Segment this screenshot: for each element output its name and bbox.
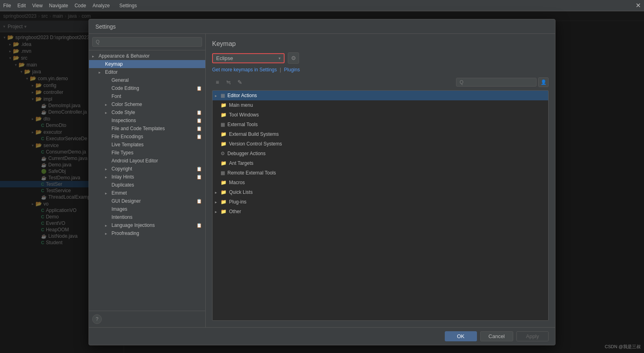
settings-arrow-icon: ▸ bbox=[92, 54, 99, 58]
settings-item-label: Proofreading bbox=[111, 230, 202, 236]
settings-item-label: Copyright bbox=[111, 166, 195, 172]
settings-item-right-icon: 📋 bbox=[196, 174, 202, 180]
settings-item-label: Code Style bbox=[111, 110, 195, 115]
action-list-item[interactable]: 📁 Tool Windows bbox=[213, 110, 548, 120]
settings-item-right-icon: 📋 bbox=[196, 110, 202, 115]
keymap-link-text2[interactable]: Plugins bbox=[284, 67, 300, 73]
settings-item-label: Keymap bbox=[105, 61, 202, 67]
dialog-title-label: Settings bbox=[95, 23, 116, 30]
folder-icon: 📁 bbox=[221, 180, 227, 185]
settings-item-label: Duplicates bbox=[111, 182, 202, 188]
settings-item-right-icon: 📋 bbox=[196, 223, 202, 228]
menu-edit[interactable]: Edit bbox=[17, 3, 26, 8]
keymap-search-by-shortcut-button[interactable]: 👤 bbox=[538, 77, 549, 87]
keymap-gear-button[interactable]: ⚙ bbox=[288, 52, 299, 64]
folder-icon: 📁 bbox=[221, 141, 227, 147]
folder-icon: 📁 bbox=[221, 112, 227, 118]
menu-file[interactable]: File bbox=[3, 3, 11, 8]
menu-code[interactable]: Code bbox=[74, 3, 86, 8]
settings-sidebar-item[interactable]: Images bbox=[89, 205, 205, 213]
action-label: Debugger Actions bbox=[227, 151, 546, 156]
cancel-button[interactable]: Cancel bbox=[480, 331, 513, 341]
settings-sidebar-item[interactable]: General bbox=[89, 76, 205, 84]
action-list-item[interactable]: ▸ 📁 Plug-ins bbox=[213, 197, 548, 207]
settings-item-label: Language Injections bbox=[111, 222, 195, 228]
keymap-expand-all-button[interactable]: ≡ bbox=[212, 77, 223, 87]
dialog-body: ▸ Appearance & Behavior Keymap ▸ Editor … bbox=[89, 34, 555, 327]
action-list-item[interactable]: ▦ Remote External Tools bbox=[213, 168, 548, 178]
keymap-search-input[interactable] bbox=[456, 78, 537, 87]
action-list-item[interactable]: 📁 Version Control Systems bbox=[213, 139, 548, 149]
settings-sidebar-item[interactable]: File Types bbox=[89, 149, 205, 157]
action-list-item[interactable]: 📁 Main menu bbox=[213, 100, 548, 110]
settings-sidebar-item[interactable]: ▸ Appearance & Behavior bbox=[89, 52, 205, 60]
keymap-collapse-all-button[interactable]: ≒ bbox=[223, 77, 234, 87]
folder-icon: 📁 bbox=[221, 199, 227, 205]
menu-analyze[interactable]: Analyze bbox=[93, 3, 110, 8]
settings-item-label: File and Code Templates bbox=[111, 126, 195, 131]
keymap-action-list: ▸ ▦ Editor Actions 📁 Main menu 📁 Tool Wi… bbox=[212, 90, 549, 321]
settings-sidebar-item[interactable]: ▸ Language Injections 📋 bbox=[89, 221, 205, 229]
settings-sidebar-item[interactable]: Code Editing 📋 bbox=[89, 84, 205, 92]
settings-search-bar bbox=[89, 34, 205, 50]
settings-search-input[interactable] bbox=[92, 37, 202, 47]
settings-sidebar-item[interactable]: Duplicates bbox=[89, 181, 205, 189]
settings-sidebar-item[interactable]: File and Code Templates 📋 bbox=[89, 125, 205, 133]
settings-sidebar-item[interactable]: ▸ Color Scheme bbox=[89, 100, 205, 108]
action-label: External Build Systems bbox=[229, 131, 546, 137]
settings-arrow-icon: ▸ bbox=[105, 223, 111, 228]
settings-sidebar-item[interactable]: Inspections 📋 bbox=[89, 116, 205, 125]
settings-arrow-icon: ▸ bbox=[105, 110, 111, 115]
settings-sidebar-item[interactable]: File Encodings 📋 bbox=[89, 133, 205, 141]
menu-navigate[interactable]: Navigate bbox=[49, 3, 68, 8]
action-list-item[interactable]: ▸ 📁 Other bbox=[213, 207, 548, 216]
settings-arrow-icon: ▸ bbox=[105, 175, 111, 179]
settings-item-label: Inlay Hints bbox=[111, 174, 195, 180]
settings-sidebar-item[interactable]: ▸ Inlay Hints 📋 bbox=[89, 173, 205, 181]
settings-sidebar-item[interactable]: ▸ Editor bbox=[89, 68, 205, 76]
watermark-text: CSDN @我是三叔 bbox=[605, 344, 641, 350]
settings-sidebar-item[interactable]: ▸ Code Style 📋 bbox=[89, 108, 205, 116]
folder-icon: 📁 bbox=[221, 102, 227, 108]
settings-sidebar-item[interactable]: Live Templates bbox=[89, 141, 205, 149]
action-list-item[interactable]: ▸ ▦ Editor Actions bbox=[213, 91, 548, 100]
settings-sidebar-item[interactable]: GUI Designer 📋 bbox=[89, 197, 205, 205]
window-close-icon[interactable]: ✕ bbox=[636, 2, 641, 9]
apply-button[interactable]: Apply bbox=[516, 331, 549, 341]
gear-icon: ⚙ bbox=[221, 151, 225, 156]
settings-sidebar-item[interactable]: Intentions bbox=[89, 213, 205, 221]
settings-item-right-icon: 📋 bbox=[196, 134, 202, 139]
settings-item-label: Images bbox=[111, 206, 202, 212]
keymap-header: Keymap Eclipse ▾ ⚙ Get more keymaps in S… bbox=[212, 40, 549, 73]
menu-bar[interactable]: File Edit View Navigate Code Analyze Set… bbox=[3, 3, 137, 8]
settings-arrow-icon: ▸ bbox=[99, 70, 105, 75]
ok-button[interactable]: OK bbox=[445, 331, 477, 341]
keymap-edit-button[interactable]: ✎ bbox=[235, 77, 245, 87]
keymap-link-text1[interactable]: Get more keymaps in Settings bbox=[212, 67, 277, 73]
settings-sidebar-item[interactable]: Android Layout Editor bbox=[89, 157, 205, 165]
keymap-dropdown-arrow-icon: ▾ bbox=[279, 56, 281, 60]
menu-view[interactable]: View bbox=[32, 3, 43, 8]
settings-item-label: Code Editing bbox=[111, 85, 195, 91]
settings-footer: ? bbox=[89, 311, 205, 327]
settings-content: Keymap Eclipse ▾ ⚙ Get more keymaps in S… bbox=[206, 34, 555, 327]
action-list-item[interactable]: ▸ 📁 Quick Lists bbox=[213, 187, 548, 197]
settings-sidebar-item[interactable]: Keymap bbox=[89, 60, 205, 68]
settings-sidebar-item[interactable]: ▸ Copyright 📋 bbox=[89, 165, 205, 173]
action-list-item[interactable]: ▦ External Tools bbox=[213, 120, 548, 129]
settings-item-label: Appearance & Behavior bbox=[99, 53, 202, 59]
settings-sidebar-item[interactable]: Font bbox=[89, 92, 205, 100]
action-list-item[interactable]: ⚙ Debugger Actions bbox=[213, 149, 548, 158]
action-label: Version Control Systems bbox=[229, 141, 546, 147]
action-list-item[interactable]: 📁 External Build Systems bbox=[213, 129, 548, 139]
keymap-link-separator: | bbox=[280, 67, 282, 73]
keymap-dropdown[interactable]: Eclipse ▾ bbox=[212, 53, 285, 63]
action-list-item[interactable]: 📁 Ant Targets bbox=[213, 158, 548, 168]
main-layout: ▾ Project ▾ ▾ 📂 springboot2023 D:\spring… bbox=[0, 21, 644, 353]
settings-sidebar-item[interactable]: ▸ Emmet bbox=[89, 189, 205, 197]
settings-sidebar-item[interactable]: ▸ Proofreading bbox=[89, 229, 205, 237]
help-button[interactable]: ? bbox=[92, 314, 102, 324]
action-list-item[interactable]: 📁 Macros bbox=[213, 178, 548, 187]
settings-item-label: Emmet bbox=[111, 190, 202, 196]
keymap-plugins-link[interactable]: Get more keymaps in Settings | Plugins bbox=[212, 67, 549, 73]
